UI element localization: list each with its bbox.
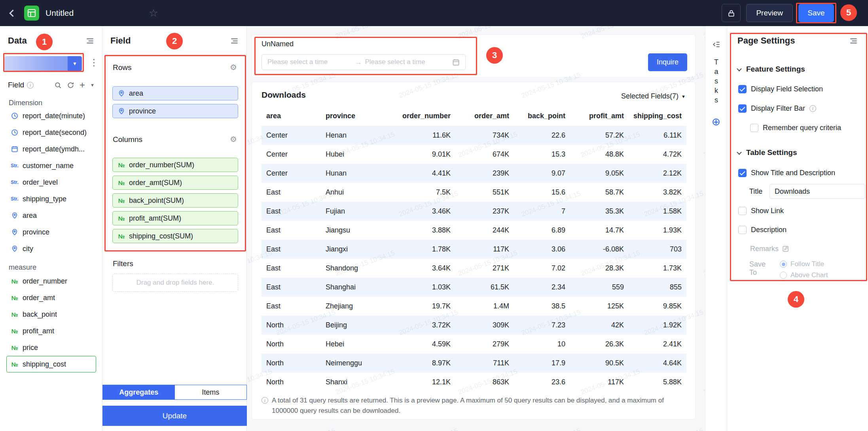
table-cell: 711K (455, 353, 514, 372)
table-cell: 3.88K (396, 221, 455, 240)
table-cell: 38.5 (514, 297, 570, 316)
table-cell: 6.11K (629, 126, 686, 145)
collapse-panel-icon[interactable] (230, 37, 239, 45)
table-cell: East (262, 183, 321, 202)
show-link-checkbox[interactable]: Show Link (738, 205, 784, 217)
measure-item[interactable]: №order_amt (6, 289, 96, 306)
dimension-item[interactable]: report_date(minute) (6, 108, 96, 124)
table-cell: 12.1K (396, 372, 455, 391)
table-cell: North (262, 353, 321, 372)
description-checkbox[interactable]: Description (738, 224, 787, 236)
measure-item[interactable]: №price (6, 339, 96, 356)
more-options-icon[interactable]: ⋮ (89, 58, 99, 67)
dimension-item[interactable]: Str.order_level (6, 174, 96, 191)
measure-item[interactable]: №order_number (6, 273, 96, 289)
add-field-icon[interactable]: + (80, 80, 85, 90)
star-icon[interactable]: ☆ (149, 7, 158, 19)
radio-follow-title[interactable]: Follow Title (780, 260, 828, 268)
location-icon (117, 90, 126, 97)
field-chip[interactable]: province (112, 104, 238, 118)
field-chip[interactable]: №profit_amt(SUM) (112, 211, 238, 225)
document-title: Untitled (45, 8, 74, 18)
number-icon: № (10, 311, 19, 318)
measure-section-label: measure (9, 263, 36, 272)
save-button[interactable]: Save (798, 4, 834, 22)
chip-label: area (129, 89, 143, 98)
field-item-label: report_date(second) (23, 129, 87, 137)
measure-item[interactable]: №shipping_cost (6, 356, 96, 372)
table-cell: 9.01K (396, 145, 455, 164)
field-label: Field (8, 81, 24, 89)
table-cell: 9.05K (570, 164, 629, 183)
checkbox-checked-icon (738, 169, 747, 177)
table-cell: Zhejiang (321, 297, 396, 316)
calendar-icon (452, 59, 460, 66)
tab-aggregates[interactable]: Aggregates (103, 385, 175, 399)
search-icon[interactable] (54, 81, 62, 89)
field-chip[interactable]: №back_point(SUM) (112, 193, 238, 208)
dimension-item[interactable]: report_date(second) (6, 124, 96, 141)
refresh-icon[interactable] (67, 81, 74, 89)
update-button[interactable]: Update (102, 406, 247, 426)
collapse-panel-icon[interactable] (86, 37, 94, 45)
dimension-item[interactable]: Str.customer_name (6, 157, 96, 174)
selected-fields-dropdown[interactable]: Selected Fields(7) ▼ (621, 92, 686, 100)
gear-icon[interactable]: ⚙ (230, 63, 237, 71)
chip-label: shipping_cost(SUM) (129, 232, 193, 240)
measure-item[interactable]: №profit_amt (6, 323, 96, 339)
field-chip[interactable]: area (112, 86, 238, 100)
field-chip[interactable]: №shipping_cost(SUM) (112, 229, 238, 243)
chevron-down-icon[interactable]: ▼ (90, 83, 95, 87)
tasks-tab[interactable]: Tasks (712, 58, 720, 106)
dataset-select[interactable]: ▼ (4, 56, 82, 71)
title-input[interactable] (769, 184, 865, 199)
field-item-label: report_date(minute) (23, 112, 85, 120)
table-settings-section[interactable]: Table Settings (737, 147, 797, 159)
gear-icon[interactable]: ⚙ (230, 135, 237, 143)
show-title-description-checkbox[interactable]: Show Title and Description (738, 167, 835, 179)
table-cell: Anhui (321, 183, 396, 202)
table-cell: 3.82K (629, 183, 686, 202)
table-row: EastJiangxi1.78K117K3.06-6.08K703 (262, 240, 686, 259)
column-header: order_amt (455, 107, 514, 126)
columns-dropzone[interactable]: №order_number(SUM)№order_amt(SUM)№back_p… (112, 158, 238, 243)
table-cell: Jiangsu (321, 221, 396, 240)
tab-items[interactable]: Items (175, 385, 247, 399)
table-row: NorthNeimenggu8.97K711K17.990.5K4.64K (262, 353, 686, 372)
app: Untitled ☆ Preview Save Data ▼ ⋮ Field i (0, 0, 868, 431)
display-field-selection-checkbox[interactable]: Display Field Selection (738, 83, 823, 95)
feature-settings-section[interactable]: Feature Settings (737, 63, 805, 75)
filter-bar-card: UnNamed Please select a time → Please se… (252, 34, 696, 78)
table-cell: 3.72K (396, 316, 455, 335)
dimension-item[interactable]: report_date(ymdh... (6, 141, 96, 157)
field-panel-title: Field (110, 36, 131, 46)
inquire-button[interactable]: Inquire (648, 53, 687, 71)
add-task-icon[interactable]: ⊕ (712, 117, 721, 127)
date-range-input[interactable]: Please select a time → Please select a t… (262, 54, 466, 70)
dimension-item[interactable]: Str.shipping_type (6, 191, 96, 207)
dimension-item[interactable]: province (6, 224, 96, 240)
filters-dropzone[interactable]: Drag and drop fields here. (112, 274, 238, 292)
table-cell: Henan (321, 126, 396, 145)
column-header: province (321, 107, 396, 126)
table-cell: 35.3K (570, 202, 629, 221)
dimension-item[interactable]: area (6, 207, 96, 224)
rows-dropzone[interactable]: areaprovince (112, 86, 238, 118)
remarks-setting[interactable]: Remarks (750, 243, 789, 255)
table-cell: 2.34 (514, 278, 570, 297)
field-chip[interactable]: №order_number(SUM) (112, 158, 238, 172)
field-chip[interactable]: №order_amt(SUM) (112, 176, 238, 190)
remember-query-checkbox[interactable]: Remember query criteria (750, 122, 841, 134)
display-filter-bar-checkbox[interactable]: Display Filter Bar i (738, 102, 816, 114)
preview-button[interactable]: Preview (746, 4, 793, 22)
save-to-setting: Save To Follow Title Above Chart (749, 260, 828, 279)
dimension-item[interactable]: city (6, 240, 96, 257)
info-icon: i (262, 397, 268, 404)
back-icon[interactable] (9, 9, 16, 17)
lock-button[interactable] (722, 4, 741, 22)
radio-above-chart[interactable]: Above Chart (780, 271, 828, 279)
field-item-label: city (23, 245, 33, 253)
table-title: Downloads (262, 90, 306, 100)
measure-item[interactable]: №back_point (6, 306, 96, 323)
expand-panel-icon[interactable] (712, 40, 720, 49)
